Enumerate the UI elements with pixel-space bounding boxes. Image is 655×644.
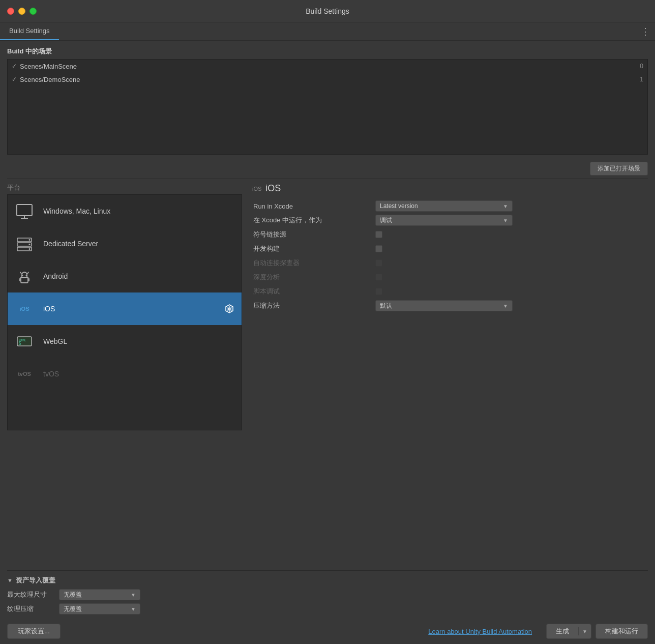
triangle-icon: ▼: [7, 577, 13, 583]
platform-name-ios: iOS: [43, 305, 215, 313]
bottom-right: Learn about Unity Build Automation 生成 ▼ …: [428, 624, 648, 639]
maximize-button[interactable]: [29, 8, 37, 15]
close-button[interactable]: [7, 8, 14, 15]
add-scene-row: 添加已打开场景: [0, 159, 655, 179]
svg-rect-1: [17, 205, 32, 215]
check-icon-1: ✓: [12, 76, 17, 83]
build-dropdown-arrow[interactable]: ▼: [578, 627, 591, 635]
dropdown-texture-size[interactable]: 无覆盖 ▼: [59, 589, 140, 600]
platform-label: 平台: [7, 179, 242, 194]
scene-item-0[interactable]: ✓ Scenes/MainScene 0: [8, 60, 647, 73]
checkbox-symlink[interactable]: [375, 231, 382, 238]
ios-settings-title: iOS: [265, 183, 281, 194]
platform-name-webgl: WebGL: [43, 337, 235, 345]
platform-item-tvos[interactable]: tvOS tvOS: [8, 358, 242, 390]
value-compression: 默认 ▼: [375, 300, 647, 311]
build-and-run-button[interactable]: 构建和运行: [596, 624, 648, 639]
tab-bar: Build Settings ⋮: [0, 22, 655, 41]
value-xcode: Latest version ▼: [375, 200, 647, 212]
label-auto-connect: 自动连接探查器: [253, 258, 375, 268]
main-window: Build Settings ⋮ Build 中的场景 ✓ Scenes/Mai…: [0, 22, 655, 644]
platform-list: Windows, Mac, Linux Dedi: [7, 194, 242, 430]
label-symlink: 符号链接源: [253, 230, 375, 239]
checkbox-auto-connect: [375, 259, 382, 267]
svg-point-11: [26, 275, 27, 276]
asset-overrides-section: ▼ 资产导入覆盖 最大纹理尺寸 无覆盖 ▼ 纹理压缩 无覆盖 ▼: [0, 571, 655, 619]
dropdown-xcode-as-arrow: ▼: [503, 218, 508, 223]
webgl-icon: HTML 5: [14, 331, 35, 352]
check-icon-0: ✓: [12, 63, 17, 70]
settings-row-xcode: Run in Xcode Latest version ▼: [252, 199, 648, 213]
dropdown-compression-value: 默认: [380, 302, 392, 310]
settings-row-xcode-as: 在 Xcode 中运行，作为 调试 ▼: [252, 213, 648, 227]
build-button[interactable]: 生成 ▼: [546, 624, 591, 639]
svg-text:5: 5: [19, 341, 21, 346]
scene-item-1[interactable]: ✓ Scenes/DemoScene 1: [8, 73, 647, 86]
settings-rows: Run in Xcode Latest version ▼ 在 Xcode 中运…: [252, 199, 648, 313]
settings-row-dev-build: 开发构建: [252, 242, 648, 256]
svg-point-9: [29, 248, 31, 250]
checkbox-dev-build[interactable]: [375, 245, 382, 252]
dropdown-compression-arrow: ▼: [503, 303, 508, 309]
svg-point-5: [29, 239, 31, 241]
settings-row-script-debug: 脚本调试: [252, 284, 648, 299]
scene-index-0: 0: [640, 63, 643, 70]
tvos-label-icon: tvOS: [18, 371, 31, 377]
dropdown-compression[interactable]: 默认 ▼: [375, 300, 513, 311]
dropdown-xcode[interactable]: Latest version ▼: [375, 200, 513, 212]
dropdown-texture-size-arrow: ▼: [131, 592, 136, 598]
platform-name-dedicated-server: Dedicated Server: [43, 240, 235, 248]
ios-icon: iOS: [14, 298, 35, 319]
settings-row-compression: 压缩方法 默认 ▼: [252, 299, 648, 313]
ios-label-icon: iOS: [20, 306, 29, 312]
asset-row-texture-compress: 纹理压缩 无覆盖 ▼: [7, 603, 648, 614]
more-options-icon[interactable]: ⋮: [641, 26, 650, 37]
asset-label-texture-compress: 纹理压缩: [7, 604, 53, 613]
dropdown-xcode-arrow: ▼: [503, 203, 508, 209]
scenes-title: Build 中的场景: [7, 47, 648, 56]
scenes-section: Build 中的场景 ✓ Scenes/MainScene 0 ✓ Scenes…: [0, 41, 655, 159]
bottom-left: 玩家设置...: [7, 624, 61, 639]
player-settings-button[interactable]: 玩家设置...: [7, 624, 61, 639]
platform-item-webgl[interactable]: HTML 5 WebGL: [8, 325, 242, 358]
asset-label-texture-size: 最大纹理尺寸: [7, 590, 53, 599]
platform-item-ios[interactable]: iOS iOS: [8, 292, 242, 325]
dropdown-texture-compress-arrow: ▼: [131, 606, 136, 612]
platform-item-windows[interactable]: Windows, Mac, Linux: [8, 195, 242, 227]
settings-row-symlink: 符号链接源: [252, 227, 648, 242]
settings-row-auto-connect: 自动连接探查器: [252, 256, 648, 270]
build-button-label: 生成: [547, 627, 578, 635]
svg-line-15: [27, 272, 28, 274]
settings-row-deep-profile: 深度分析: [252, 270, 648, 284]
label-xcode-as: 在 Xcode 中运行，作为: [253, 216, 375, 225]
scenes-list: ✓ Scenes/MainScene 0 ✓ Scenes/DemoScene …: [7, 59, 648, 155]
label-xcode: Run in Xcode: [253, 202, 375, 210]
platform-item-android[interactable]: Android: [8, 260, 242, 292]
value-dev-build: [375, 245, 647, 252]
bottom-section: 平台 Windows, Mac, Linux: [0, 179, 655, 570]
tab-build-settings[interactable]: Build Settings: [0, 22, 59, 40]
label-deep-profile: 深度分析: [253, 273, 375, 282]
checkbox-deep-profile: [375, 274, 382, 281]
platform-name-tvos: tvOS: [43, 370, 235, 378]
value-auto-connect: [375, 259, 647, 267]
dropdown-texture-compress-value: 无覆盖: [64, 605, 82, 613]
value-script-debug: [375, 288, 647, 295]
platform-item-dedicated-server[interactable]: Dedicated Server: [8, 227, 242, 260]
scene-name-0: Scenes/MainScene: [20, 63, 77, 70]
asset-header: ▼ 资产导入覆盖: [7, 576, 648, 585]
dedicated-server-icon: [14, 233, 35, 254]
checkbox-script-debug: [375, 288, 382, 295]
label-script-debug: 脚本调试: [253, 287, 375, 296]
unity-badge-icon: [223, 303, 235, 315]
add-scene-button[interactable]: 添加已打开场景: [590, 162, 648, 175]
ios-prefix-label: iOS: [252, 186, 261, 192]
learn-link[interactable]: Learn about Unity Build Automation: [428, 628, 532, 635]
svg-point-10: [22, 275, 23, 276]
dropdown-texture-compress[interactable]: 无覆盖 ▼: [59, 603, 140, 614]
dropdown-xcode-value: Latest version: [380, 202, 418, 210]
settings-panel: iOS iOS Run in Xcode Latest version ▼: [242, 179, 648, 570]
dropdown-xcode-as[interactable]: 调试 ▼: [375, 215, 513, 226]
title-bar: Build Settings: [0, 0, 655, 22]
minimize-button[interactable]: [18, 8, 25, 15]
